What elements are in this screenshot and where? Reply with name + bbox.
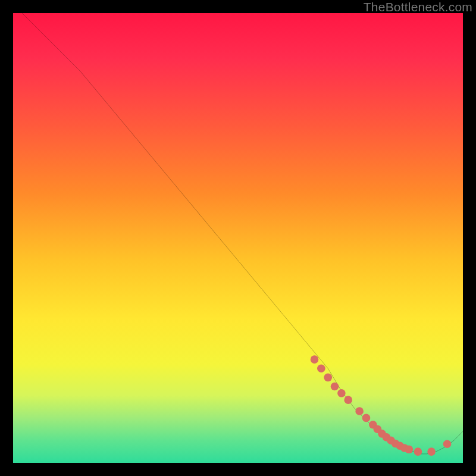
scatter-point [317,364,325,372]
scatter-point [331,383,339,391]
scatter-point [324,374,332,382]
scatter-point [355,407,364,415]
scatter-point [414,447,422,456]
scatter-point [405,446,413,454]
watermark-text: TheBottleneck.com [364,0,472,14]
scatter-point [427,447,436,456]
scatter-point [362,414,371,422]
main-curve [22,13,463,454]
curve-line [22,13,463,454]
chart-svg [13,13,463,463]
scatter-point [344,396,352,404]
scatter-points [311,355,452,456]
scatter-point [337,389,346,397]
scatter-point [311,355,319,364]
scatter-point [443,440,452,448]
chart-stage: TheBottleneck.com [0,0,476,476]
